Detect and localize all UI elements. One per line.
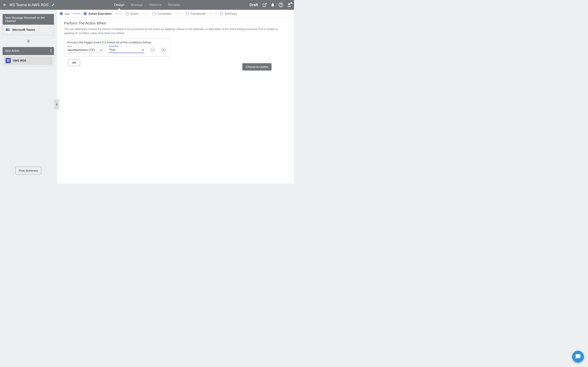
aws-rds-icon [6, 58, 11, 63]
condition-box: Process the trigger event if it meets al… [64, 39, 170, 57]
item-field-label: Item [67, 45, 103, 48]
item-field: Item HasAttachment (T/F) [67, 45, 103, 53]
operation-field: Operation True [109, 45, 144, 53]
step-radio-icon [220, 12, 223, 15]
action-card-head: New Action [3, 47, 54, 55]
step-dots [116, 13, 121, 14]
step-action[interactable]: Action [126, 12, 138, 15]
chevron-down-icon [142, 48, 144, 51]
content-panel: App Action Execution Action Connection T… [57, 10, 294, 184]
operation-field-label: Operation [109, 45, 144, 47]
action-card-body[interactable]: AWS RDS [4, 56, 53, 65]
step-dots [143, 13, 148, 14]
svg-point-8 [51, 50, 52, 51]
item-select-value: HasAttachment (T/F) [68, 48, 95, 52]
step-radio-icon [126, 12, 129, 15]
step-label: Action [130, 12, 138, 15]
tab-design[interactable]: Design [111, 0, 128, 10]
svg-point-6 [9, 29, 10, 29]
header-right: Draft [250, 2, 292, 7]
card-title-text: New Message Received on the Channel [5, 16, 52, 23]
tab-label: Recipes [168, 3, 180, 7]
warning-badge-icon [290, 1, 293, 5]
condition-row: Item HasAttachment (T/F) Operation True [67, 45, 167, 53]
remove-condition-icon[interactable] [150, 48, 155, 52]
svg-rect-13 [162, 50, 164, 50]
edit-title-icon[interactable] [51, 2, 56, 7]
step-dots [176, 13, 182, 14]
tab-label: Design [114, 3, 124, 7]
step-label: App [65, 12, 70, 15]
microsoft-teams-icon: T [5, 27, 10, 33]
bell-icon[interactable] [270, 2, 275, 7]
add-condition-icon[interactable] [161, 48, 165, 52]
main-area: New Message Received on the Channel T Mi… [0, 10, 294, 184]
back-arrow-icon[interactable] [2, 2, 7, 7]
svg-point-2 [288, 3, 290, 5]
trigger-card-body: T Microsoft Teams [3, 25, 54, 35]
user-avatar-icon[interactable] [287, 2, 292, 7]
help-icon[interactable] [278, 2, 283, 7]
tab-observe[interactable]: Observe [146, 0, 165, 10]
sidebar-collapse-handle[interactable] [54, 100, 59, 109]
flow-summary-wrap: Flow Summary [2, 167, 54, 179]
flow-status: Draft [250, 3, 258, 7]
top-header: MS Teams to AWS RDS Design Manage Observ… [0, 0, 294, 10]
step-dots [210, 13, 216, 14]
step-connection[interactable]: Connection [152, 12, 172, 15]
step-label: Transformer [190, 12, 206, 15]
flow-title: MS Teams to AWS RDS [9, 3, 49, 7]
step-transformer[interactable]: Transformer [186, 12, 206, 15]
step-label: Action Execution [88, 12, 112, 15]
action-card[interactable]: New Action AWS RDS [2, 47, 54, 66]
tab-manage[interactable]: Manage [128, 0, 146, 10]
step-bar: App Action Execution Action Connection T… [57, 10, 294, 17]
chevron-down-icon [100, 48, 102, 52]
step-app[interactable]: App [60, 12, 70, 15]
trigger-card-title: New Message Received on the Channel [3, 14, 54, 25]
step-radio-icon [152, 12, 156, 15]
sidebar: New Message Received on the Channel T Mi… [0, 10, 57, 184]
operation-select-value: True [109, 48, 115, 51]
step-radio-icon [84, 12, 87, 15]
open-external-icon[interactable] [262, 2, 267, 7]
step-summary[interactable]: Summary [220, 12, 237, 15]
svg-point-7 [51, 49, 52, 50]
card-menu-icon[interactable] [51, 49, 52, 53]
choose-action-button[interactable]: Choose An Action [242, 63, 272, 71]
or-button[interactable]: OR [68, 59, 80, 66]
flow-arrow-icon [2, 39, 54, 44]
step-radio-icon [186, 12, 189, 15]
svg-point-9 [51, 52, 52, 52]
section-description: You can selectively choose the events of… [64, 27, 278, 35]
step-radio-icon [60, 12, 63, 15]
tab-recipes[interactable]: Recipes [165, 0, 183, 10]
section-heading: Perform The Action When: [64, 21, 287, 25]
step-action-execution[interactable]: Action Execution [84, 12, 112, 15]
svg-text:T: T [6, 29, 7, 31]
step-separator [72, 13, 81, 14]
header-tabs: Design Manage Observe Recipes [111, 0, 183, 10]
item-select[interactable]: HasAttachment (T/F) [67, 48, 103, 53]
action-app-label: AWS RDS [13, 59, 26, 62]
flow-summary-button[interactable]: Flow Summary [15, 167, 41, 175]
condition-box-title: Process the trigger event if it meets al… [67, 41, 167, 44]
step-label: Summary [225, 12, 237, 15]
operation-select[interactable]: True [109, 47, 144, 53]
trigger-card[interactable]: New Message Received on the Channel T Mi… [2, 14, 54, 35]
card-title-text: New Action [5, 49, 19, 52]
tab-label: Observe [149, 3, 162, 7]
svg-rect-11 [152, 50, 154, 50]
step-label: Connection [157, 12, 172, 15]
content-body: Perform The Action When: You can selecti… [57, 17, 294, 184]
trigger-app-label: Microsoft Teams [12, 28, 35, 31]
tab-label: Manage [131, 3, 143, 7]
svg-point-10 [7, 59, 9, 60]
svg-point-5 [8, 28, 9, 29]
